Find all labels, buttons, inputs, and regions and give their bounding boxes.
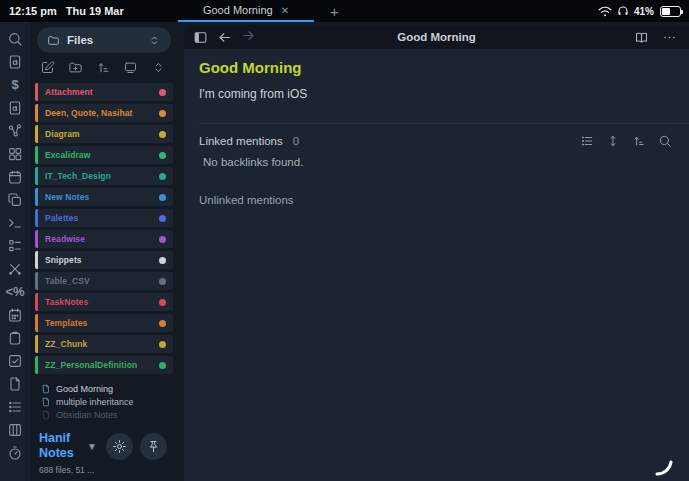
folder-label: Deen, Quote, Nasihat <box>45 108 133 118</box>
copy-icon[interactable] <box>7 192 23 208</box>
folder-color-dot <box>159 89 166 96</box>
up-down-icon[interactable] <box>606 134 620 148</box>
folder-list: Attachment Deen, Quote, Nasihat Diagram <box>35 83 173 377</box>
tab-good-morning[interactable]: Good Morning ✕ <box>178 0 314 22</box>
check-square-icon[interactable] <box>7 353 23 369</box>
files-dropdown-label: Files <box>67 34 93 46</box>
dollar-icon[interactable]: $ <box>11 77 18 93</box>
form-icon[interactable] <box>7 238 23 254</box>
folder-color-dot <box>159 362 166 369</box>
folder-row[interactable]: TaskNotes <box>35 293 173 311</box>
tab-close-icon[interactable]: ✕ <box>281 5 289 16</box>
file-icon <box>41 384 51 394</box>
tab-title: Good Morning <box>203 4 273 16</box>
collapse-icon[interactable] <box>151 60 166 75</box>
wifi-icon <box>598 6 612 17</box>
note-body[interactable]: I'm coming from iOS <box>199 87 689 101</box>
file-row[interactable]: Good Morning <box>35 382 173 395</box>
kanban-icon[interactable] <box>7 422 23 438</box>
calendar-dots-icon[interactable] <box>7 307 23 323</box>
sort-asc-icon[interactable] <box>96 60 111 75</box>
note-header-title: Good Morning <box>184 31 689 43</box>
linked-mentions-label: Linked mentions <box>199 135 283 147</box>
clipboard-icon[interactable] <box>7 330 23 346</box>
file-row[interactable]: Obsidian Notes <box>35 408 173 421</box>
file-row[interactable]: multiple inheritance <box>35 395 173 408</box>
vault-name[interactable]: Hanif Notes <box>39 431 87 461</box>
file-icon <box>41 410 51 420</box>
new-tab-button[interactable]: + <box>330 0 339 22</box>
folder-row[interactable]: Attachment <box>35 83 173 101</box>
blank-file-icon[interactable] <box>7 376 23 392</box>
folder-label: Table_CSV <box>45 276 90 286</box>
clock-date: Thu 19 Mar <box>66 5 124 17</box>
backlinks-divider <box>199 123 689 124</box>
folder-color-dot <box>159 194 166 201</box>
vault-footer: Hanif Notes ▼ 688 files, 51 ... <box>35 429 173 475</box>
folder-row[interactable]: Diagram <box>35 125 173 143</box>
settings-button[interactable] <box>106 433 133 460</box>
more-icon[interactable] <box>662 30 677 45</box>
new-note-icon[interactable] <box>40 60 55 75</box>
folder-color-dot <box>159 278 166 285</box>
folder-row[interactable]: Deen, Quote, Nasihat <box>35 104 173 122</box>
pin-button[interactable] <box>140 433 167 460</box>
folder-row[interactable]: IT_Tech_Design <box>35 167 173 185</box>
bullet-list-icon[interactable] <box>7 399 23 415</box>
folder-color-dot <box>159 131 166 138</box>
search-icon[interactable] <box>7 31 23 47</box>
terminal-icon[interactable] <box>7 215 23 231</box>
file-note-icon[interactable] <box>7 100 23 116</box>
card-panel-icon[interactable] <box>123 60 138 75</box>
template-code-icon[interactable]: <% <box>5 284 24 300</box>
graph-icon[interactable] <box>7 123 23 139</box>
note-navbar: Good Morning <box>184 25 689 49</box>
file-check-icon[interactable] <box>7 54 23 70</box>
folder-row[interactable]: Snippets <box>35 251 173 269</box>
folder-color-dot <box>159 341 166 348</box>
forward-arrow-icon[interactable] <box>241 28 256 43</box>
folder-row[interactable]: Templates <box>35 314 173 332</box>
folder-icon <box>47 34 60 47</box>
folder-row[interactable]: New Notes <box>35 188 173 206</box>
backlinks-header: Linked mentions 0 <box>199 134 689 148</box>
folder-row[interactable]: ZZ_PersonalDefinition <box>35 356 173 374</box>
folder-label: IT_Tech_Design <box>45 171 111 181</box>
no-backlinks-message: No backlinks found. <box>199 156 689 168</box>
folder-label: Attachment <box>45 87 93 97</box>
file-explorer-sidebar: Files Attachment De <box>30 22 178 481</box>
battery-percent-label: 41% <box>634 6 654 17</box>
folder-label: Excalidraw <box>45 150 90 160</box>
calendar-icon[interactable] <box>7 169 23 185</box>
vault-stats: 688 files, 51 ... <box>39 465 171 475</box>
headphones-icon <box>617 5 629 17</box>
files-dropdown[interactable]: Files <box>37 27 171 53</box>
folder-row[interactable]: Readwise <box>35 230 173 248</box>
vault-chevron-down-icon[interactable]: ▼ <box>87 441 97 452</box>
chevron-up-down-icon <box>148 34 161 47</box>
search-icon[interactable] <box>658 134 672 148</box>
root-file-list: Good Morning multiple inheritance Obsidi… <box>35 382 173 421</box>
folder-row[interactable]: Excalidraw <box>35 146 173 164</box>
corner-swipe-indicator <box>654 459 676 477</box>
panel-left-icon[interactable] <box>193 30 208 45</box>
sort-asc-icon[interactable] <box>632 134 646 148</box>
file-label: Obsidian Notes <box>56 410 118 420</box>
list-icon[interactable] <box>580 134 594 148</box>
note-title[interactable]: Good Morning <box>199 59 689 76</box>
folder-row[interactable]: Palettes <box>35 209 173 227</box>
folder-row[interactable]: ZZ_Chunk <box>35 335 173 353</box>
book-open-icon[interactable] <box>634 30 649 45</box>
new-folder-icon[interactable] <box>68 60 83 75</box>
folder-label: New Notes <box>45 192 89 202</box>
timer-icon[interactable] <box>7 445 23 461</box>
folder-color-dot <box>159 257 166 264</box>
folder-color-dot <box>159 215 166 222</box>
note-content[interactable]: Good Morning I'm coming from iOS Linked … <box>184 49 689 481</box>
folder-row[interactable]: Table_CSV <box>35 272 173 290</box>
folder-color-dot <box>159 152 166 159</box>
crossed-tools-icon[interactable] <box>7 261 23 277</box>
back-arrow-icon[interactable] <box>217 30 232 45</box>
status-bar-right: 41% <box>598 0 689 22</box>
dashboard-icon[interactable] <box>7 146 23 162</box>
